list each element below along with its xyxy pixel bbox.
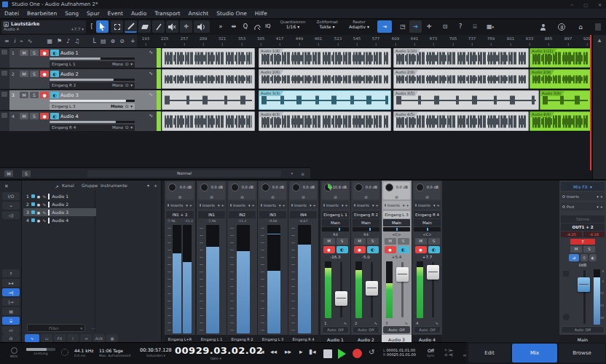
listen-tool-button[interactable] xyxy=(194,20,210,33)
next-bar-button[interactable]: ▸ xyxy=(299,348,303,355)
layout-grid-icon[interactable]: ▦▾ xyxy=(483,20,497,33)
record-arm-button[interactable]: ● xyxy=(40,50,49,56)
input-select[interactable]: Eingang L 1MonoO▾ xyxy=(50,61,135,68)
monitor-button[interactable]: ◐ xyxy=(50,92,59,98)
solo-button[interactable]: S xyxy=(398,238,409,245)
gain-knob[interactable]: 0.0 dB⊘ xyxy=(229,182,256,199)
monitor-button[interactable]: ◐ xyxy=(50,71,59,77)
menu-studio-one[interactable]: Studio One xyxy=(216,10,247,17)
record-arm-button[interactable]: ● xyxy=(40,92,49,98)
volume-slider[interactable] xyxy=(50,79,135,81)
maximize-icon[interactable]: ▢ xyxy=(583,2,588,7)
volume-slider[interactable] xyxy=(50,100,135,102)
eraser-panel-icon[interactable]: ▭ xyxy=(2,326,20,334)
meter-bridge-icon[interactable]: ılı xyxy=(2,334,20,341)
fader-handle[interactable] xyxy=(396,267,409,282)
inserts-header[interactable]: Inserts▾+ xyxy=(561,192,605,200)
automation-mode-button[interactable]: Auto: Off xyxy=(414,326,441,333)
track-name[interactable]: Audio 2 xyxy=(60,71,79,77)
channel-list-row-selected[interactable]: 3●∿Audio 3 xyxy=(23,208,96,216)
gain-knob[interactable]: 0.0 dB⊘ xyxy=(290,182,317,199)
track-header-audio-4[interactable]: 4 M S ● ◐ Audio 4 ∿ Eingang R 4MonoO▾ xyxy=(9,111,157,132)
playhead[interactable] xyxy=(590,35,591,170)
tab-aux[interactable]: AUX xyxy=(93,334,105,342)
record-arm-button[interactable]: ● xyxy=(354,246,366,253)
inserts-header[interactable]: Inserts▾+ xyxy=(229,201,256,209)
mute-button[interactable]: M xyxy=(20,50,28,56)
track-header-audio-1[interactable]: 1 M S ● ◐ Audio 1 ∿ Eingang L 1MonoO▾ xyxy=(9,48,157,68)
bend-tool-button[interactable]: ✛ xyxy=(180,20,192,33)
keyboard-icon[interactable]: ⌸ xyxy=(468,20,481,33)
list-dropdown-icon[interactable]: ▾ xyxy=(147,183,149,188)
automation-mode-button[interactable]: Auto: Off xyxy=(383,326,410,333)
recording-clip[interactable]: Audio 1(11) xyxy=(530,48,591,68)
trim-icon[interactable]: ⍒ xyxy=(2,269,20,277)
solo-button[interactable]: S xyxy=(30,92,39,98)
post-sends-header[interactable]: Post▾+ xyxy=(561,202,605,210)
loop-locators[interactable]: L 00001.01.01.00 R 00025.01.01.00 xyxy=(383,348,416,357)
monitor-button[interactable]: ◐ xyxy=(50,50,59,56)
home-icon[interactable]: ⌂ xyxy=(575,20,586,33)
close-icon[interactable]: ✕ xyxy=(4,183,9,189)
fader-handle[interactable] xyxy=(335,291,347,306)
prev-bar-button[interactable]: ◂ xyxy=(261,348,264,355)
pan-slider[interactable] xyxy=(414,227,441,232)
minimize-icon[interactable]: ─ xyxy=(571,2,574,7)
snap-icon[interactable] xyxy=(251,20,263,33)
input-select[interactable]: Eingang L 3MonoO▾ xyxy=(50,103,135,110)
selected-audio-clip[interactable]: Audio 3(3) xyxy=(259,90,391,110)
solo-button[interactable]: S xyxy=(583,246,595,253)
mute-button[interactable]: M xyxy=(323,238,335,245)
automation-value[interactable]: +7.7 ▾ xyxy=(71,27,84,31)
polarity-icon[interactable]: ⊘ xyxy=(364,194,368,199)
menu-datei[interactable]: Datei xyxy=(4,10,19,17)
record-arm-button[interactable]: ● xyxy=(40,71,49,77)
recording-clip[interactable]: Audio 2(9) xyxy=(530,69,591,89)
record-button[interactable] xyxy=(353,349,362,358)
mute-button[interactable]: M xyxy=(385,238,396,245)
notes-icon[interactable]: ♫ xyxy=(74,38,79,44)
solo-button[interactable]: S xyxy=(30,50,39,56)
mute-button[interactable]: M xyxy=(415,238,427,245)
rewind-button[interactable]: ◂◂ xyxy=(270,348,277,355)
inserts-header[interactable]: Inserts▾+ xyxy=(166,201,194,209)
timeline-ruler[interactable]: 193225 257289 321353 385417 449481 51354… xyxy=(137,35,591,48)
crosshair-icon[interactable]: ✛ xyxy=(423,20,435,33)
tab-bus[interactable]: ⌇ xyxy=(67,334,79,342)
raster-select[interactable]: Raster Adaptiv ▾ xyxy=(344,20,374,33)
audio-clip[interactable] xyxy=(162,90,255,110)
inserts-header[interactable]: Inserts▾+ xyxy=(259,201,286,209)
inserts-header[interactable]: Inserts▾+ xyxy=(290,201,317,209)
column-instrumente[interactable]: Instrumente xyxy=(101,183,127,188)
inserts-header[interactable]: Inserts▾+ xyxy=(383,201,410,209)
output-select[interactable]: Main xyxy=(414,219,441,226)
help-icon[interactable]: ? xyxy=(455,20,465,33)
add-track-icon[interactable]: + xyxy=(130,38,135,44)
output-select[interactable]: Main xyxy=(353,219,379,226)
mute-tool-button[interactable] xyxy=(166,20,178,33)
input-select[interactable]: Eingang R 2MonoO▾ xyxy=(50,82,135,89)
inserts-header[interactable]: Inserts▾+ xyxy=(353,201,379,209)
note-icon[interactable]: ♪ xyxy=(66,38,70,44)
polarity-icon[interactable]: ⊘ xyxy=(210,194,213,199)
master-solo-button[interactable]: S xyxy=(22,170,31,177)
polarity-icon[interactable]: ⊘ xyxy=(240,194,244,199)
notes-page-icon[interactable] xyxy=(593,20,603,33)
fader-area[interactable] xyxy=(384,261,409,318)
vertical-scrollbar[interactable]: ▲ xyxy=(592,35,606,179)
pause-circle-icon[interactable] xyxy=(556,20,567,33)
eraser-tool-button[interactable] xyxy=(138,20,151,33)
recording-clip[interactable]: Audio 4(6) xyxy=(530,111,591,131)
inspector-icon[interactable]: i xyxy=(14,38,15,44)
swap-channels-icon[interactable]: ◐ xyxy=(589,254,597,261)
volume-slider[interactable] xyxy=(50,58,135,60)
mono-check-icon[interactable]: ⚲ xyxy=(581,254,588,261)
layer-mode-select[interactable]: Normal xyxy=(87,170,281,177)
menu-hilfe[interactable]: Hilfe xyxy=(255,10,267,17)
plug-icon[interactable]: ⊕ xyxy=(111,38,116,44)
tool-icon[interactable]: ⌁ xyxy=(20,38,23,44)
seconds-readout[interactable]: 00:30:57.128Sekunden ▾ xyxy=(140,347,172,357)
pan-slider[interactable] xyxy=(353,227,379,232)
automation-mode-button[interactable]: Auto: Off xyxy=(322,326,349,333)
macro-button[interactable]: ⇥ xyxy=(377,20,392,33)
